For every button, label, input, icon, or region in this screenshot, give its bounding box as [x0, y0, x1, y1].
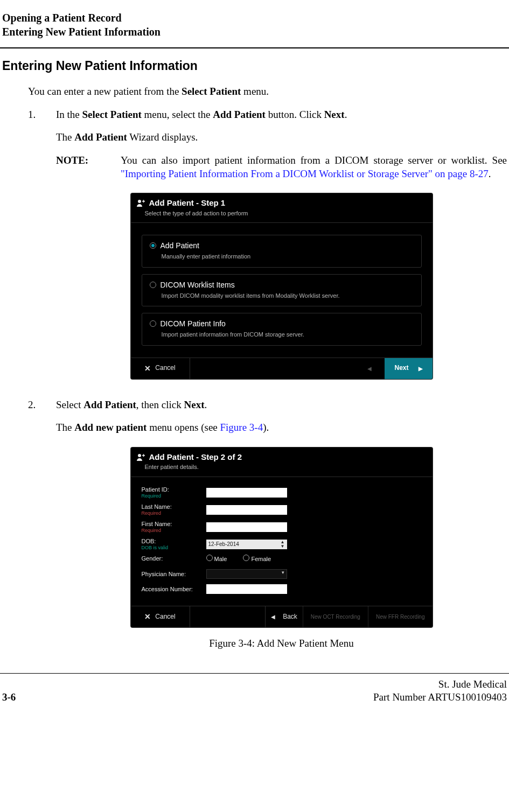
step-1-p2-a: The	[56, 131, 74, 143]
dialog2-title: Add Patient - Step 2 of 2	[149, 452, 242, 463]
step-2-p1-d: Next	[184, 399, 204, 410]
radio-dicom-patient[interactable]	[150, 320, 156, 327]
step-1-p1-a: In the	[56, 109, 82, 120]
header-line1: Opening a Patient Record	[2, 11, 507, 25]
dob-label: DOB: DOB is valid	[142, 537, 206, 551]
cancel-label: Cancel	[155, 364, 175, 373]
step-2-p1-e: .	[204, 399, 207, 410]
step-1-p2: The Add Patient Wizard displays.	[56, 131, 507, 144]
opt3-desc: Import patient information from DICOM st…	[162, 331, 414, 338]
step-1-p1-c: menu, select the	[142, 109, 213, 120]
gender-female-option[interactable]: Female	[243, 555, 271, 563]
cross-ref-link[interactable]: "Importing Patient Information From a DI…	[121, 168, 489, 179]
step-2-p2: The Add new patient menu opens (see Figu…	[56, 421, 507, 435]
step-1-p1-g: .	[345, 109, 347, 120]
add-user-icon	[136, 453, 145, 461]
running-header: Opening a Patient Record Entering New Pa…	[0, 11, 509, 44]
footer-rule	[0, 673, 509, 674]
option-add-patient[interactable]: Add Patient Manually enter patient infor…	[142, 235, 422, 267]
opt3-title: DICOM Patient Info	[161, 319, 226, 328]
svg-point-0	[138, 200, 141, 203]
first-name-label-text: First Name:	[142, 520, 206, 528]
physician-select[interactable]: ▾	[206, 569, 287, 579]
male-label: Male	[214, 556, 227, 562]
dob-input[interactable]: 12-Feb-2014 ▲▼	[206, 540, 287, 549]
physician-label-text: Physician Name:	[142, 570, 206, 578]
last-name-input[interactable]	[206, 505, 287, 515]
next-button[interactable]: Next	[385, 358, 432, 379]
dialog1-subtitle: Select the type of add action to perform	[131, 209, 433, 223]
step-2-number: 2.	[28, 398, 56, 662]
cancel-label: Cancel	[155, 613, 175, 621]
step-1-p1-e: button. Click	[266, 109, 324, 120]
opt2-title: DICOM Worklist Items	[161, 280, 235, 290]
footer-company: St. Jude Medical	[373, 678, 507, 691]
intro-text: You can enter a new patient from the	[28, 86, 182, 97]
first-name-label: First Name: Required	[142, 520, 206, 534]
gender-male-option[interactable]: Male	[206, 555, 227, 563]
step-2-p1: Select Add Patient, then click Next.	[56, 398, 507, 412]
radio-male[interactable]	[206, 555, 213, 561]
footer-part-number: Part Number ARTUS100109403	[373, 691, 507, 704]
grey1-label: New OCT Recording	[311, 613, 360, 620]
dialog-titlebar: Add Patient - Step 1	[131, 193, 433, 209]
step-2-p2-b: Add new patient	[74, 422, 147, 433]
footer-spacer	[190, 606, 266, 627]
back-label: Back	[283, 613, 297, 621]
step-1-p1-f: Next	[324, 109, 345, 120]
patient-id-input[interactable]	[206, 488, 287, 498]
new-oct-recording-button: New OCT Recording	[303, 606, 368, 627]
first-name-required-hint: Required	[142, 528, 206, 534]
intro-paragraph: You can enter a new patient from the Sel…	[28, 85, 507, 99]
step-2: 2. Select Add Patient, then click Next. …	[28, 398, 507, 662]
patient-id-label: Patient ID: Required	[142, 486, 206, 500]
gender-label: Gender:	[142, 555, 206, 562]
radio-dicom-worklist[interactable]	[150, 282, 156, 288]
step-1-p2-b: Add Patient	[74, 131, 127, 143]
first-name-input[interactable]	[206, 522, 287, 532]
option-dicom-worklist[interactable]: DICOM Worklist Items Import DICOM modali…	[142, 274, 422, 306]
add-patient-step1-dialog: Add Patient - Step 1 Select the type of …	[131, 193, 433, 379]
svg-rect-2	[143, 200, 144, 202]
back-button[interactable]: Back	[265, 606, 303, 627]
step-1-p1-b: Select Patient	[82, 109, 142, 120]
dialog2-titlebar: Add Patient - Step 2 of 2	[131, 447, 433, 464]
grey2-label: New FFR Recording	[376, 613, 425, 620]
gender-label-text: Gender:	[142, 555, 206, 562]
intro-tail: menu.	[241, 86, 269, 97]
new-ffr-recording-button: New FFR Recording	[368, 606, 433, 627]
header-line2: Entering New Patient Information	[2, 25, 507, 39]
opt1-desc: Manually enter patient information	[162, 253, 414, 260]
step-1-number: 1.	[28, 108, 56, 389]
header-rule	[0, 47, 509, 48]
step-1-p2-c: Wizard displays.	[127, 131, 198, 143]
dob-value: 12-Feb-2014	[208, 541, 239, 548]
page-footer: 3-6 St. Jude Medical Part Number ARTUS10…	[0, 678, 509, 704]
close-icon: ✕	[144, 612, 151, 621]
figure-ref-link[interactable]: Figure 3-4	[220, 422, 263, 433]
last-name-label-text: Last Name:	[142, 503, 206, 510]
figure-dialog-step2: Add Patient - Step 2 of 2 Enter patient …	[56, 447, 507, 627]
radio-add-patient[interactable]	[150, 242, 156, 249]
patient-id-required-hint: Required	[142, 493, 206, 500]
accession-input[interactable]	[206, 584, 287, 594]
female-label: Female	[251, 556, 271, 562]
cancel-button[interactable]: ✕ Cancel	[131, 606, 190, 627]
step-2-p1-c: , then click	[136, 399, 184, 410]
step-2-p1-a: Select	[56, 399, 83, 410]
step-2-p2-c: menu opens (see	[147, 422, 220, 433]
note-label: NOTE:	[56, 154, 121, 180]
close-icon: ✕	[144, 363, 151, 373]
cancel-button[interactable]: ✕ Cancel	[131, 358, 190, 379]
dob-label-text: DOB:	[142, 537, 206, 545]
accession-label: Accession Number:	[142, 585, 206, 593]
option-dicom-patient-info[interactable]: DICOM Patient Info Import patient inform…	[142, 313, 422, 345]
radio-female[interactable]	[243, 555, 249, 561]
last-name-required-hint: Required	[142, 510, 206, 517]
dialog1-title: Add Patient - Step 1	[149, 198, 226, 208]
dob-hint: DOB is valid	[142, 545, 206, 551]
last-name-label: Last Name: Required	[142, 503, 206, 517]
accession-label-text: Accession Number:	[142, 585, 206, 593]
svg-point-3	[138, 454, 141, 457]
date-stepper-icon[interactable]: ▲▼	[281, 540, 285, 549]
